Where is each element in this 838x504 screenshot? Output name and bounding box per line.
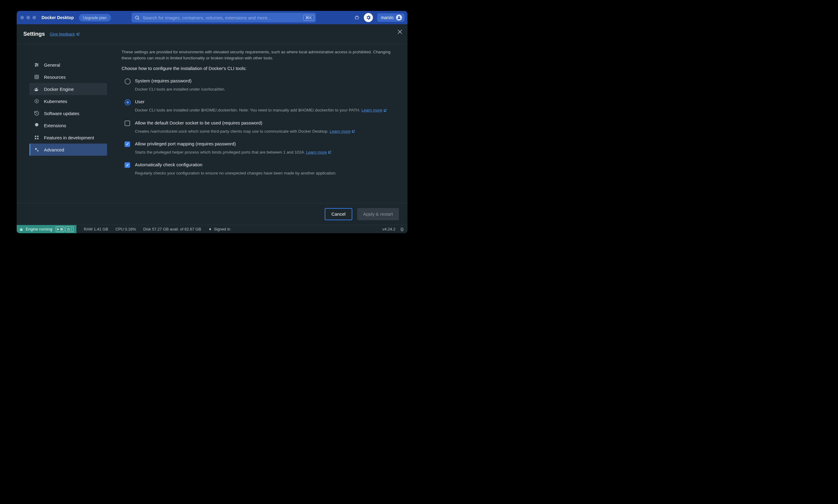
svg-point-30 [71,230,71,231]
svg-point-10 [35,66,36,66]
user-menu[interactable]: marslo [377,13,405,22]
status-bar: Engine running RAM 1.41 GB CPU 0.16% Dis… [17,225,408,233]
learn-more-link[interactable]: Learn more [306,150,331,155]
sidebar-item-label: Software updates [44,111,80,116]
option-system: System (requires password) Docker CLI to… [122,77,395,98]
sliders-icon [34,62,40,68]
sidebar-item-general[interactable]: General [30,59,107,71]
option-label: Allow the default Docker socket to be us… [135,120,395,125]
whale-icon [19,227,24,232]
window-controls [20,16,36,19]
svg-point-21 [36,149,36,149]
svg-rect-18 [37,138,39,140]
ram-stat: RAM 1.41 GB [84,227,108,231]
kubernetes-icon [34,98,40,104]
page-header: Settings Give feedback [17,24,408,44]
minimize-window-dot[interactable] [27,16,30,19]
signed-in-label: Signed in [214,227,230,231]
app-window: Docker Desktop Upgrade plan Search for i… [17,11,408,233]
option-desc: Docker CLI tools are installed under $HO… [135,107,395,113]
option-label: System (requires password) [135,78,395,83]
engine-status-label: Engine running [26,227,52,231]
learn-more-label: Learn more [329,129,350,133]
search-input[interactable]: Search for images, containers, volumes, … [132,13,316,22]
svg-rect-11 [35,75,38,79]
give-feedback-link[interactable]: Give feedback [50,32,80,36]
sidebar-item-kubernetes[interactable]: Kubernetes [30,95,107,107]
svg-point-14 [36,101,37,102]
svg-point-6 [35,63,36,64]
sidebar-item-docker-engine[interactable]: Docker Engine [30,83,107,95]
sidebar-item-label: Docker Engine [44,87,74,92]
grid-icon [34,135,40,140]
feedback-label: Give feedback [50,32,75,36]
option-desc: Docker CLI tools are installed under /us… [135,86,395,92]
footer: Cancel Apply & restart [17,203,408,225]
sidebar-item-features[interactable]: Features in development [30,131,107,144]
option-desc-text: Creates /var/run/docker.sock which some … [135,129,329,133]
svg-point-28 [71,228,71,228]
external-link-icon [328,150,331,154]
page-title: Settings [23,31,45,37]
svg-point-0 [136,16,139,19]
learn-more-link[interactable]: Learn more [361,108,387,112]
version-label: v4.24.2 [382,227,395,231]
checkbox-socket[interactable] [125,121,131,127]
option-desc: Creates /var/run/docker.sock which some … [135,128,395,134]
warning-text: These settings are provided for environm… [122,49,395,61]
avatar-icon [396,15,402,21]
puzzle-icon [34,123,40,128]
titlebar: Docker Desktop Upgrade plan Search for i… [17,11,408,24]
settings-body: General Resources Docker Engine Kubernet… [17,44,408,203]
bell-icon[interactable] [399,227,405,232]
username-label: marslo [381,15,394,20]
svg-rect-15 [35,136,36,137]
cancel-button[interactable]: Cancel [325,208,352,220]
checkbox-autocheck[interactable] [125,162,131,168]
sidebar-item-resources[interactable]: Resources [30,71,107,83]
power-menu-button[interactable] [66,227,73,232]
sidebar-item-advanced[interactable]: Advanced [30,144,107,156]
option-user: User Docker CLI tools are installed unde… [122,98,395,119]
svg-rect-17 [35,138,36,140]
radio-system[interactable] [125,78,131,85]
option-autocheck: Automatically check configuration Regula… [122,161,395,182]
learn-more-label: Learn more [361,108,382,112]
sidebar-item-extensions[interactable]: Extensions [30,119,107,131]
option-label: Automatically check configuration [135,162,395,167]
sidebar-item-software-updates[interactable]: Software updates [30,107,107,119]
option-desc-text: Docker CLI tools are installed under $HO… [135,108,361,112]
close-window-dot[interactable] [20,16,24,19]
play-pause-button[interactable] [56,227,64,232]
external-link-icon [352,130,355,133]
cli-prompt: Choose how to configure the installation… [122,66,395,71]
bug-icon[interactable] [354,15,360,20]
sidebar-item-label: Resources [44,74,66,80]
option-desc: Starts the privileged helper process whi… [135,149,395,156]
plug-icon [208,228,212,231]
settings-sidebar: General Resources Docker Engine Kubernet… [17,44,120,203]
search-icon [135,15,140,20]
maximize-window-dot[interactable] [32,16,36,19]
external-link-icon [383,109,387,112]
radio-user[interactable] [125,100,131,105]
svg-point-2 [398,16,400,18]
settings-icon[interactable] [364,13,373,22]
upgrade-plan-button[interactable]: Upgrade plan [79,14,111,21]
option-socket: Allow the default Docker socket to be us… [122,119,395,140]
svg-point-29 [71,229,71,229]
option-privileged: Allow privileged port mapping (requires … [122,140,395,161]
svg-line-1 [138,18,139,19]
engine-status[interactable]: Engine running [17,225,76,233]
option-label: User [135,99,395,104]
resources-icon [34,74,40,80]
external-link-icon [76,32,80,36]
close-icon[interactable] [397,29,403,35]
svg-point-8 [37,65,38,66]
search-placeholder: Search for images, containers, volumes, … [143,15,300,20]
checkbox-privileged[interactable] [125,141,131,147]
disk-stat: Disk 57.27 GB avail. of 62.67 GB [143,227,201,231]
learn-more-link[interactable]: Learn more [329,129,355,133]
sidebar-item-label: Advanced [44,147,64,152]
svg-point-22 [38,150,38,151]
